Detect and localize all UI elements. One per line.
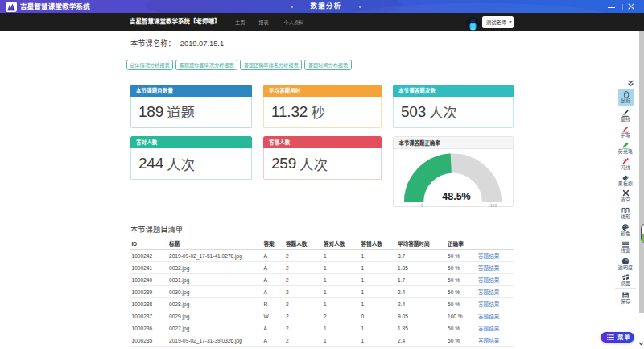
toolbar-item-label: 桌面	[615, 281, 636, 287]
table-cell: 1	[324, 265, 361, 271]
table-row: 10002352019-09-02_17-31-39.0326.jpgA2112…	[130, 334, 514, 347]
toolbar-item-4[interactable]: 荧光笔	[615, 141, 636, 155]
stat-card-body: 259人次	[263, 148, 382, 180]
stat-card-value: 259	[271, 155, 296, 172]
menu-button[interactable]: 菜单	[601, 332, 635, 343]
svg-text:0: 0	[421, 203, 423, 207]
table-cell: A	[264, 289, 287, 295]
close-icon[interactable]	[628, 3, 634, 10]
stat-card-unit: 道题	[167, 102, 195, 122]
toolbar-item-5[interactable]: 闪线	[615, 157, 636, 171]
table-cell: 1000240	[132, 277, 170, 283]
line-width-icon	[615, 240, 636, 248]
table-cell: 0030.jpg	[169, 289, 264, 295]
menu-button-label: 菜单	[617, 333, 630, 341]
table-cell: 50 %	[448, 338, 478, 343]
table-cell: 1.85	[398, 326, 448, 331]
answer-result-link[interactable]: 答题结果	[478, 312, 514, 320]
toolbar-item-6[interactable]: 黑板擦	[615, 173, 636, 187]
table-cell: 1.7	[398, 277, 448, 283]
toolbar-item-13[interactable]: 保存	[615, 291, 636, 305]
toolbar-item-label: 闪线	[615, 165, 636, 171]
color-icon	[615, 223, 636, 231]
gauge-chart: 0 100 48.5%	[394, 149, 513, 207]
page-title: 数据分析	[291, 0, 361, 13]
toolbar-divider	[615, 206, 636, 206]
report-button-4[interactable]: 答题时间分布报表	[304, 60, 352, 71]
window-controls-divider	[622, 4, 623, 10]
answer-result-link[interactable]: 答题结果	[478, 288, 514, 296]
answer-result-link[interactable]: 答题结果	[478, 336, 514, 344]
stat-card-2: 平均答题用时11.32秒	[263, 85, 382, 128]
report-button-3[interactable]: 答题正确率排名分析报表	[240, 60, 302, 71]
table-header-cell: 标题	[169, 239, 264, 247]
table-cell: 50 %	[448, 289, 478, 295]
table-row: 10002422019-09-02_17-51-41.0278.jpgA2113…	[130, 250, 514, 262]
table-cell: 0032.jpg	[169, 265, 264, 271]
table-cell: 1000237	[132, 314, 170, 319]
toolbar-item-1[interactable]: 鼠标	[618, 89, 634, 106]
answer-result-link[interactable]: 答题结果	[478, 251, 514, 260]
table-cell: 1	[361, 277, 398, 283]
stat-card-unit: 人次	[429, 102, 457, 122]
answer-result-link[interactable]: 答题结果	[478, 264, 514, 272]
toolbar-item-11[interactable]: 透明度	[615, 257, 636, 271]
toolbar-item-12[interactable]: 桌面	[615, 273, 636, 287]
nav-item-2[interactable]: 报表	[258, 13, 268, 31]
user-menu-button[interactable]: 测试老师	[482, 16, 514, 28]
stat-card-title: 平均答题用时	[263, 85, 382, 97]
nav-item-1[interactable]: 主页	[235, 13, 245, 31]
stat-card-title: 本节课答题次数	[393, 85, 514, 97]
toolbar-item-2[interactable]: 画线	[615, 109, 636, 123]
table-cell: 1000242	[132, 253, 170, 259]
scrollbar-thumb[interactable]	[639, 31, 644, 313]
table-cell: 1000241	[132, 265, 170, 271]
stat-card-5: 答错人数259人次	[263, 136, 382, 180]
toolbar-item-label: 透明度	[615, 265, 636, 271]
table-cell: 1	[361, 253, 398, 259]
toolbar-item-10[interactable]: 线宽	[615, 240, 636, 254]
toolbar-item-9[interactable]: 颜色	[615, 223, 636, 237]
chevron-double-down-icon[interactable]	[627, 80, 634, 87]
table-cell: 1	[361, 301, 398, 307]
stat-card-value: 244	[138, 155, 163, 172]
nav-item-3[interactable]: 个人资料	[284, 13, 304, 31]
table-cell: 1	[324, 289, 361, 295]
navbar-brand: 吉星智慧课堂教学系统【老师端】	[130, 13, 221, 31]
table-cell: 1	[324, 253, 361, 259]
toolbar-item-8[interactable]: 线形	[615, 206, 636, 220]
table-cell: A	[264, 265, 287, 271]
table-header-cell: 答题人数	[286, 239, 324, 247]
draw-line-icon	[615, 109, 636, 117]
answer-result-link[interactable]: 答题结果	[478, 276, 514, 284]
table-cell: 2	[286, 314, 324, 319]
table-header-row: ID标题答案答题人数答对人数答错人数平均答题时间正确率	[130, 238, 514, 250]
battery-level	[642, 234, 644, 241]
stat-card-unit: 人次	[299, 154, 328, 174]
scroll-down-arrow-icon[interactable]	[638, 338, 644, 349]
answer-result-link[interactable]: 答题结果	[478, 300, 514, 308]
report-button-1[interactable]: 总体情况分析报表	[126, 60, 174, 71]
avatar[interactable]	[466, 17, 480, 31]
toolbar-divider	[615, 272, 636, 272]
save-icon	[615, 291, 636, 299]
table-row: 10002380028.jpgR2112.450 %答题结果	[130, 298, 514, 310]
table-row: 10002400031.jpgA2111.750 %答题结果	[130, 274, 514, 286]
toolbar-item-3[interactable]: 手写	[615, 125, 636, 139]
table-cell: 2	[286, 338, 324, 343]
toolbar-item-7[interactable]: 清空	[615, 189, 636, 203]
report-buttons-row: 总体情况分析报表客观题作答情况分析报表答题正确率排名分析报表答题时间分布报表	[126, 60, 352, 71]
table-cell: 2019-09-02_17-51-41.0278.jpg	[169, 253, 264, 259]
table-cell: 2	[286, 253, 324, 259]
titlebar-brand: 吉星智慧课堂教学系统	[20, 0, 90, 13]
table-cell: 1	[324, 277, 361, 283]
table-cell: 0	[361, 314, 398, 319]
table-row: 10002360027.jpgA2111.8550 %答题结果	[130, 322, 514, 334]
stat-card-value: 189	[138, 103, 163, 121]
vertical-scrollbar[interactable]	[638, 31, 644, 349]
report-button-2[interactable]: 客观题作答情况分析报表	[175, 60, 237, 71]
table-header-cell: 答错人数	[361, 239, 398, 247]
table-cell: 50 %	[448, 301, 478, 307]
minimize-icon[interactable]	[608, 7, 615, 8]
answer-result-link[interactable]: 答题结果	[478, 324, 514, 332]
